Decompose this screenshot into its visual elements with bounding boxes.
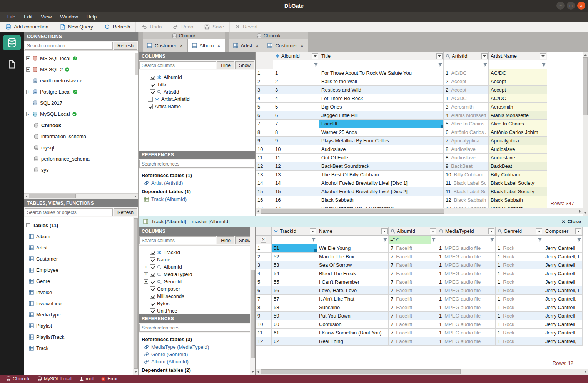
columns-panel-vscrollbar[interactable] bbox=[250, 227, 255, 375]
data-cell[interactable]: Balls to the Wall bbox=[319, 77, 444, 86]
scroll-down-icon[interactable] bbox=[250, 370, 255, 375]
search-connection-input[interactable] bbox=[25, 42, 113, 50]
data-cell[interactable]: Jerry Cantrell bbox=[543, 261, 583, 269]
data-cell[interactable]: 4Alanis Morissette bbox=[444, 111, 489, 120]
tab-close-icon[interactable]: × bbox=[256, 43, 259, 49]
connection-item-ms-sql-2[interactable]: +MS SQL 2 bbox=[24, 64, 138, 75]
column-checkbox[interactable] bbox=[150, 301, 155, 306]
connections-hscrollbar[interactable] bbox=[24, 193, 138, 199]
row-number[interactable]: 11 bbox=[256, 154, 273, 162]
connection-item-ms-sql-local[interactable]: +MS SQL local bbox=[24, 53, 138, 64]
album-column-item-artist-artistid[interactable]: Artist.ArtistId bbox=[139, 95, 255, 103]
menu-item-help[interactable]: Help bbox=[82, 12, 101, 21]
connection-item-mysql[interactable]: mysql bbox=[24, 142, 138, 153]
column-menu-icon[interactable] bbox=[488, 228, 494, 234]
data-cell[interactable]: Plays Metallica By Four Cellos bbox=[319, 137, 444, 145]
data-cell[interactable]: Black Label Society bbox=[489, 179, 547, 187]
track-column-header-composer[interactable]: Composer bbox=[543, 227, 583, 236]
data-cell[interactable]: 6Antônio Carlos Jobim bbox=[444, 128, 489, 137]
table-item-mediatype[interactable]: MediaType bbox=[24, 309, 138, 320]
show-columns-button[interactable]: Show bbox=[235, 61, 254, 69]
scrollbar-thumb[interactable] bbox=[134, 218, 138, 369]
menu-item-edit[interactable]: Edit bbox=[20, 12, 37, 21]
search-columns-input[interactable] bbox=[139, 236, 216, 244]
data-cell[interactable]: Alice In Chains bbox=[489, 120, 547, 128]
data-cell[interactable]: Man In The Box bbox=[317, 253, 389, 261]
data-cell[interactable]: Jerry Cantrell, bbox=[543, 337, 583, 346]
track-filter-name[interactable] bbox=[317, 236, 389, 244]
album-grid-hscrollbar[interactable] bbox=[256, 208, 583, 214]
column-menu-icon[interactable] bbox=[575, 228, 581, 234]
data-cell[interactable]: 1MPEG audio file bbox=[437, 286, 496, 295]
data-cell[interactable]: We Die Young bbox=[317, 244, 389, 253]
data-cell[interactable]: 56 bbox=[272, 286, 317, 295]
data-cell[interactable]: Sunshine bbox=[317, 303, 389, 312]
data-cell[interactable]: 1AC/DC bbox=[444, 69, 489, 77]
data-cell[interactable]: 8Audioslave bbox=[444, 154, 489, 162]
data-cell[interactable]: 54 bbox=[272, 269, 317, 278]
column-checkbox[interactable] bbox=[150, 264, 155, 269]
collapse-icon[interactable]: - bbox=[26, 223, 30, 227]
row-number[interactable]: 6 bbox=[256, 286, 272, 295]
filter-funnel-icon[interactable] bbox=[313, 60, 319, 69]
status-root[interactable]: root bbox=[75, 376, 98, 381]
row-number[interactable]: 10 bbox=[256, 145, 273, 154]
data-cell[interactable]: 1Rock bbox=[496, 286, 543, 295]
column-checkbox[interactable] bbox=[150, 279, 155, 284]
scroll-right-icon[interactable] bbox=[583, 369, 588, 374]
data-cell[interactable]: Antônio Carlos Jobim bbox=[489, 128, 547, 137]
connection-item-mysql-local[interactable]: -MySQL Local bbox=[24, 109, 138, 120]
filter-funnel-icon[interactable] bbox=[576, 236, 582, 244]
row-number[interactable]: 9 bbox=[256, 137, 273, 145]
scrollbar-thumb[interactable] bbox=[29, 194, 76, 198]
data-cell[interactable]: Jerry Cantrell bbox=[543, 303, 583, 312]
data-cell[interactable]: 7Facelift bbox=[389, 286, 437, 295]
data-cell[interactable]: 13 bbox=[273, 171, 319, 179]
data-cell[interactable]: Audioslave bbox=[489, 145, 547, 154]
column-checkbox[interactable] bbox=[150, 286, 155, 291]
track-ref-link-genre-genreid-[interactable]: Genre (GenreId) bbox=[139, 351, 255, 358]
connections-vscrollbar[interactable] bbox=[135, 53, 138, 75]
track-column-item-albumid[interactable]: +AlbumId bbox=[139, 263, 255, 271]
data-cell[interactable]: 7Facelift bbox=[389, 320, 437, 329]
row-number[interactable]: 14 bbox=[256, 179, 273, 187]
data-cell[interactable]: 3 bbox=[273, 86, 319, 94]
row-number[interactable]: 16 bbox=[256, 196, 273, 204]
data-cell[interactable]: 10Billy Cobham bbox=[444, 171, 489, 179]
menu-item-file[interactable]: File bbox=[3, 12, 20, 21]
data-cell[interactable]: 7Facelift bbox=[389, 329, 437, 337]
table-item-playlist[interactable]: Playlist bbox=[24, 320, 138, 331]
album-column-item-albumid[interactable]: AlbumId bbox=[139, 74, 255, 81]
row-number[interactable]: 17 bbox=[256, 204, 273, 208]
row-number[interactable]: 9 bbox=[256, 312, 272, 320]
collapse-icon[interactable]: - bbox=[144, 90, 148, 94]
row-number[interactable]: 2 bbox=[256, 253, 272, 261]
track-filter-composer[interactable] bbox=[543, 236, 583, 244]
files-nav-button[interactable] bbox=[3, 57, 21, 72]
album-filter-artist-name[interactable] bbox=[489, 60, 547, 69]
data-cell[interactable]: 7Facelift bbox=[389, 261, 437, 269]
expand-icon[interactable]: + bbox=[26, 56, 30, 60]
row-number[interactable]: 7 bbox=[256, 295, 272, 303]
connection-item-chinook[interactable]: Chinook bbox=[24, 120, 138, 131]
data-cell[interactable]: 1Rock bbox=[496, 261, 543, 269]
data-cell[interactable]: 15 bbox=[273, 187, 319, 196]
row-number[interactable]: 7 bbox=[256, 120, 273, 128]
data-cell[interactable]: 2Accept bbox=[444, 86, 489, 94]
data-cell[interactable]: 1MPEG audio file bbox=[437, 337, 496, 346]
row-number[interactable]: 3 bbox=[256, 86, 273, 94]
album-column-item-artistid[interactable]: -ArtistId bbox=[139, 88, 255, 95]
data-cell[interactable]: 57 bbox=[272, 295, 317, 303]
scroll-left-icon[interactable] bbox=[24, 194, 29, 199]
data-cell[interactable]: AC/DC bbox=[489, 69, 547, 77]
track-ref-link-mediatype-mediatypeid-[interactable]: MediaType (MediaTypeId) bbox=[139, 343, 255, 351]
data-cell[interactable]: 1MPEG audio file bbox=[437, 244, 496, 253]
row-number[interactable]: 8 bbox=[256, 303, 272, 312]
data-cell[interactable]: 7Apocalyptica bbox=[444, 137, 489, 145]
album-filter-artistid[interactable] bbox=[444, 60, 489, 69]
data-cell[interactable]: 1MPEG audio file bbox=[437, 320, 496, 329]
data-cell[interactable]: Jerry Cantrell bbox=[543, 312, 583, 320]
data-cell[interactable]: 8 bbox=[273, 128, 319, 137]
data-cell[interactable]: 1Rock bbox=[496, 253, 543, 261]
tab-artist[interactable]: Artist× bbox=[229, 39, 264, 52]
